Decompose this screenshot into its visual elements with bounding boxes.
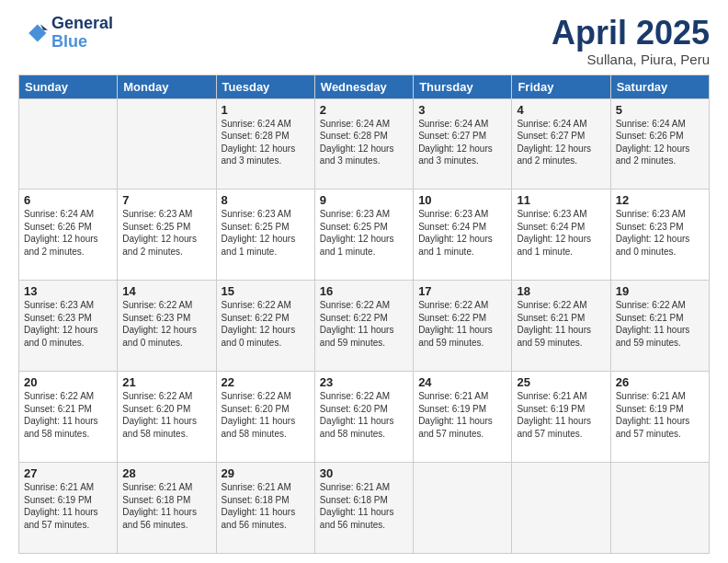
calendar-cell: 25Sunrise: 6:21 AM Sunset: 6:19 PM Dayli… — [512, 372, 610, 463]
day-number: 14 — [122, 284, 210, 298]
main-title: April 2025 — [552, 15, 710, 52]
day-number: 1 — [222, 103, 310, 117]
calendar-cell: 8Sunrise: 6:23 AM Sunset: 6:25 PM Daylig… — [216, 190, 314, 281]
day-info: Sunrise: 6:23 AM Sunset: 6:23 PM Dayligh… — [24, 299, 112, 349]
day-info: Sunrise: 6:24 AM Sunset: 6:27 PM Dayligh… — [418, 118, 506, 167]
day-info: Sunrise: 6:22 AM Sunset: 6:22 PM Dayligh… — [222, 299, 310, 349]
calendar-cell: 3Sunrise: 6:24 AM Sunset: 6:27 PM Daylig… — [414, 98, 512, 190]
logo-line2: Blue — [51, 32, 87, 51]
day-info: Sunrise: 6:22 AM Sunset: 6:21 PM Dayligh… — [616, 299, 704, 349]
calendar-cell: 15Sunrise: 6:22 AM Sunset: 6:22 PM Dayli… — [216, 281, 314, 372]
day-number: 2 — [320, 103, 408, 117]
calendar-cell: 2Sunrise: 6:24 AM Sunset: 6:28 PM Daylig… — [314, 98, 413, 190]
day-header-monday: Monday — [118, 75, 216, 98]
day-number: 9 — [320, 193, 408, 207]
day-number: 3 — [418, 103, 506, 117]
calendar-week-1: 1Sunrise: 6:24 AM Sunset: 6:28 PM Daylig… — [19, 98, 710, 190]
day-info: Sunrise: 6:23 AM Sunset: 6:24 PM Dayligh… — [517, 208, 605, 258]
day-number: 28 — [122, 466, 210, 480]
logo-line1: General — [51, 15, 113, 33]
calendar-cell: 7Sunrise: 6:23 AM Sunset: 6:25 PM Daylig… — [118, 190, 216, 281]
day-number: 13 — [24, 284, 112, 298]
day-header-thursday: Thursday — [414, 75, 512, 98]
calendar-week-3: 13Sunrise: 6:23 AM Sunset: 6:23 PM Dayli… — [19, 281, 710, 372]
day-number: 10 — [418, 193, 506, 207]
calendar-week-5: 27Sunrise: 6:21 AM Sunset: 6:19 PM Dayli… — [19, 463, 710, 554]
calendar-week-4: 20Sunrise: 6:22 AM Sunset: 6:21 PM Dayli… — [19, 372, 710, 463]
day-header-wednesday: Wednesday — [314, 75, 413, 98]
calendar-cell — [414, 463, 512, 554]
calendar-cell: 22Sunrise: 6:22 AM Sunset: 6:20 PM Dayli… — [216, 372, 314, 463]
day-header-tuesday: Tuesday — [216, 75, 314, 98]
day-info: Sunrise: 6:22 AM Sunset: 6:21 PM Dayligh… — [517, 299, 605, 349]
calendar-cell: 13Sunrise: 6:23 AM Sunset: 6:23 PM Dayli… — [19, 281, 118, 372]
day-info: Sunrise: 6:22 AM Sunset: 6:20 PM Dayligh… — [122, 390, 210, 440]
calendar-cell: 4Sunrise: 6:24 AM Sunset: 6:27 PM Daylig… — [512, 98, 610, 190]
day-info: Sunrise: 6:23 AM Sunset: 6:24 PM Dayligh… — [418, 208, 506, 258]
day-number: 11 — [517, 193, 605, 207]
calendar-cell: 18Sunrise: 6:22 AM Sunset: 6:21 PM Dayli… — [512, 281, 610, 372]
day-info: Sunrise: 6:23 AM Sunset: 6:25 PM Dayligh… — [320, 208, 408, 258]
day-info: Sunrise: 6:21 AM Sunset: 6:18 PM Dayligh… — [122, 481, 210, 531]
day-info: Sunrise: 6:21 AM Sunset: 6:18 PM Dayligh… — [222, 481, 310, 531]
day-number: 15 — [222, 284, 310, 298]
calendar-cell: 20Sunrise: 6:22 AM Sunset: 6:21 PM Dayli… — [19, 372, 118, 463]
day-number: 18 — [517, 284, 605, 298]
day-number: 23 — [320, 375, 408, 389]
day-number: 24 — [418, 375, 506, 389]
calendar-cell: 29Sunrise: 6:21 AM Sunset: 6:18 PM Dayli… — [216, 463, 314, 554]
calendar-cell: 5Sunrise: 6:24 AM Sunset: 6:26 PM Daylig… — [610, 98, 709, 190]
calendar-cell: 30Sunrise: 6:21 AM Sunset: 6:18 PM Dayli… — [314, 463, 413, 554]
day-info: Sunrise: 6:24 AM Sunset: 6:27 PM Dayligh… — [517, 118, 605, 167]
day-number: 5 — [616, 103, 704, 117]
day-info: Sunrise: 6:24 AM Sunset: 6:26 PM Dayligh… — [24, 208, 112, 258]
day-number: 19 — [616, 284, 704, 298]
day-number: 8 — [222, 193, 310, 207]
day-header-saturday: Saturday — [610, 75, 709, 98]
calendar-table: SundayMondayTuesdayWednesdayThursdayFrid… — [18, 75, 710, 554]
calendar-cell: 9Sunrise: 6:23 AM Sunset: 6:25 PM Daylig… — [314, 190, 413, 281]
day-info: Sunrise: 6:21 AM Sunset: 6:19 PM Dayligh… — [418, 390, 506, 440]
calendar-cell: 28Sunrise: 6:21 AM Sunset: 6:18 PM Dayli… — [118, 463, 216, 554]
day-header-sunday: Sunday — [19, 75, 118, 98]
calendar-cell: 21Sunrise: 6:22 AM Sunset: 6:20 PM Dayli… — [118, 372, 216, 463]
day-number: 6 — [24, 193, 112, 207]
day-info: Sunrise: 6:22 AM Sunset: 6:22 PM Dayligh… — [320, 299, 408, 349]
day-info: Sunrise: 6:21 AM Sunset: 6:18 PM Dayligh… — [320, 481, 408, 531]
calendar-cell — [118, 98, 216, 190]
day-info: Sunrise: 6:22 AM Sunset: 6:20 PM Dayligh… — [320, 390, 408, 440]
day-info: Sunrise: 6:23 AM Sunset: 6:25 PM Dayligh… — [222, 208, 310, 258]
calendar-cell: 12Sunrise: 6:23 AM Sunset: 6:23 PM Dayli… — [610, 190, 709, 281]
day-info: Sunrise: 6:21 AM Sunset: 6:19 PM Dayligh… — [517, 390, 605, 440]
day-info: Sunrise: 6:22 AM Sunset: 6:20 PM Dayligh… — [222, 390, 310, 440]
logo-text: General Blue — [51, 15, 113, 52]
calendar-cell: 26Sunrise: 6:21 AM Sunset: 6:19 PM Dayli… — [610, 372, 709, 463]
day-number: 27 — [24, 466, 112, 480]
day-number: 29 — [222, 466, 310, 480]
calendar-cell: 16Sunrise: 6:22 AM Sunset: 6:22 PM Dayli… — [314, 281, 413, 372]
calendar-cell: 11Sunrise: 6:23 AM Sunset: 6:24 PM Dayli… — [512, 190, 610, 281]
calendar-cell: 6Sunrise: 6:24 AM Sunset: 6:26 PM Daylig… — [19, 190, 118, 281]
calendar-header-row: SundayMondayTuesdayWednesdayThursdayFrid… — [19, 75, 710, 98]
day-number: 7 — [122, 193, 210, 207]
day-info: Sunrise: 6:24 AM Sunset: 6:28 PM Dayligh… — [320, 118, 408, 167]
day-number: 30 — [320, 466, 408, 480]
calendar-cell: 1Sunrise: 6:24 AM Sunset: 6:28 PM Daylig… — [216, 98, 314, 190]
calendar-cell: 19Sunrise: 6:22 AM Sunset: 6:21 PM Dayli… — [610, 281, 709, 372]
day-info: Sunrise: 6:22 AM Sunset: 6:23 PM Dayligh… — [122, 299, 210, 349]
title-block: April 2025 Sullana, Piura, Peru — [552, 15, 710, 67]
calendar-cell: 24Sunrise: 6:21 AM Sunset: 6:19 PM Dayli… — [414, 372, 512, 463]
calendar-cell — [512, 463, 610, 554]
subtitle: Sullana, Piura, Peru — [552, 52, 710, 67]
logo: General Blue — [18, 15, 113, 52]
day-info: Sunrise: 6:23 AM Sunset: 6:23 PM Dayligh… — [616, 208, 704, 258]
day-number: 25 — [517, 375, 605, 389]
calendar-cell: 10Sunrise: 6:23 AM Sunset: 6:24 PM Dayli… — [414, 190, 512, 281]
calendar-cell — [610, 463, 709, 554]
day-info: Sunrise: 6:24 AM Sunset: 6:26 PM Dayligh… — [616, 118, 704, 167]
day-number: 4 — [517, 103, 605, 117]
day-number: 26 — [616, 375, 704, 389]
logo-icon — [18, 18, 48, 48]
calendar-cell: 23Sunrise: 6:22 AM Sunset: 6:20 PM Dayli… — [314, 372, 413, 463]
calendar-cell: 17Sunrise: 6:22 AM Sunset: 6:22 PM Dayli… — [414, 281, 512, 372]
